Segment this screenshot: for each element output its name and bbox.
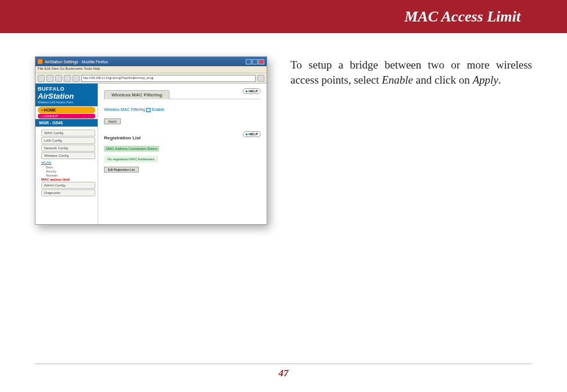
edit-reg-list-button[interactable]: Edit Registration List	[104, 167, 139, 172]
stop-button[interactable]	[64, 75, 71, 82]
product-name: AirStation	[38, 92, 95, 100]
help-button-2[interactable]: HELP	[243, 131, 261, 137]
sidebar-item-wireless[interactable]: Wireless Config	[41, 152, 95, 159]
window-buttons	[246, 59, 264, 64]
page-header: MAC Access Limit	[0, 0, 567, 33]
sidebar-item-admin[interactable]: Admin Config	[41, 182, 95, 189]
sidebar: BUFFALO AirStation Wireless LAN Access P…	[35, 84, 98, 224]
instr-p3: .	[498, 74, 501, 86]
sidebar-item-lan[interactable]: LAN Config	[41, 137, 95, 144]
sidebar-item-basic[interactable]: Basic	[46, 166, 95, 169]
content-area: AirStation Settings - Mozilla Firefox Fi…	[0, 33, 567, 225]
main-panel: Wireless MAC Filtering HELP Wireless MAC…	[98, 84, 267, 224]
reg-list-header: MAC Address Connection Status	[104, 146, 159, 152]
app-icon	[38, 59, 42, 64]
enable-checkbox[interactable]	[146, 108, 150, 112]
instruction-text: To setup a bridge between two or more wi…	[290, 56, 532, 225]
model-number: WGR - G54S	[35, 119, 98, 127]
filter-line: Wireless MAC Filtering Enable	[104, 107, 261, 112]
reload-button[interactable]	[55, 75, 62, 82]
sidebar-item-diagnostic[interactable]: Diagnostic	[41, 189, 95, 196]
page-body: BUFFALO AirStation Wireless LAN Access P…	[35, 84, 267, 224]
window-titlebar: AirStation Settings - Mozilla Firefox	[35, 57, 267, 66]
sidebar-section-wlan[interactable]: WLAN	[41, 161, 95, 164]
instr-em1: Enable	[382, 74, 413, 86]
instr-em2: Apply	[472, 74, 498, 86]
filter-label: Wireless MAC Filtering	[104, 107, 145, 112]
filter-panel: Wireless MAC Filtering Enable Apply Regi…	[104, 99, 261, 179]
minimize-button[interactable]	[246, 59, 252, 64]
sidebar-item-security[interactable]: Security	[46, 170, 95, 173]
browser-toolbar: http://192.168.11.1/cgi-bin/cgi?req=frm&…	[35, 73, 267, 84]
instr-p2: and click on	[413, 74, 472, 86]
page-footer: 47	[35, 364, 532, 379]
sidebar-item-wan[interactable]: WAN Config	[41, 130, 95, 136]
sidebar-item-network[interactable]: Network Config	[41, 145, 95, 152]
home-button[interactable]	[73, 75, 80, 82]
page-title: MAC Access Limit	[404, 8, 521, 26]
enable-label: Enable	[152, 107, 164, 112]
brand-name: BUFFALO	[38, 86, 95, 92]
nav-logout[interactable]: › LOGOUT	[38, 114, 95, 118]
page-number: 47	[279, 368, 289, 379]
sidebar-item-repeater[interactable]: Repeater	[46, 174, 95, 177]
reg-list-title: Registration List	[104, 135, 141, 141]
forward-button[interactable]	[46, 75, 53, 82]
reg-list-empty: No registered MAC Addresses	[104, 156, 158, 163]
help-button[interactable]: HELP	[243, 88, 261, 94]
close-button[interactable]	[259, 59, 264, 64]
embedded-screenshot: AirStation Settings - Mozilla Firefox Fi…	[35, 56, 267, 225]
browser-window: AirStation Settings - Mozilla Firefox Fi…	[35, 56, 267, 225]
menubar[interactable]: File Edit View Go Bookmarks Tools Help	[35, 66, 267, 73]
apply-button[interactable]: Apply	[104, 118, 121, 124]
go-button[interactable]	[257, 75, 264, 82]
address-bar[interactable]: http://192.168.11.1/cgi-bin/cgi?req=frm&…	[81, 75, 256, 82]
sidebar-menu: WAN Config LAN Config Network Config Wir…	[35, 127, 98, 199]
product-subtitle: Wireless LAN Access Point	[38, 100, 95, 104]
maximize-button[interactable]	[252, 59, 258, 64]
sidebar-item-mac-access[interactable]: MAC access limit	[41, 178, 95, 181]
logo-block: BUFFALO AirStation Wireless LAN Access P…	[35, 84, 98, 106]
back-button[interactable]	[38, 75, 45, 82]
window-title: AirStation Settings - Mozilla Firefox	[45, 60, 108, 64]
nav-home[interactable]: › HOME	[38, 107, 95, 113]
tab-mac-filtering[interactable]: Wireless MAC Filtering	[104, 90, 170, 99]
